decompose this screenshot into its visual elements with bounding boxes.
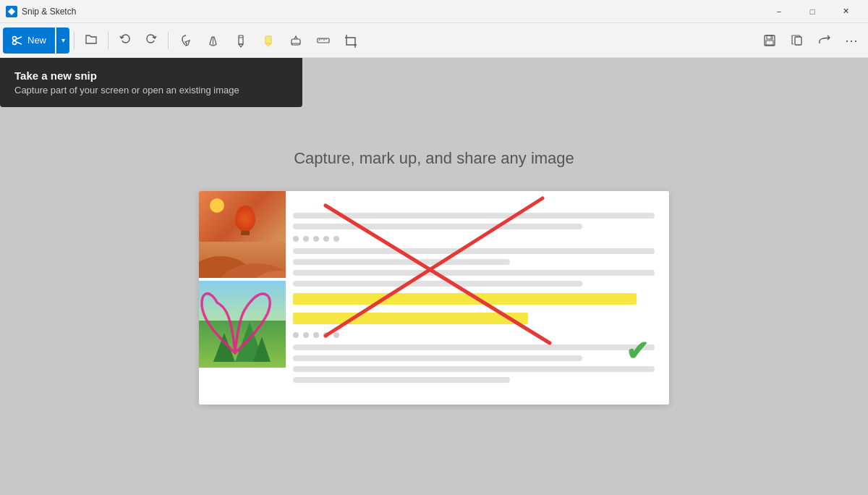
eraser-button[interactable] [283,28,309,54]
dots-row-2 [293,332,655,338]
svg-point-1 [13,36,17,40]
svg-line-3 [17,37,22,39]
content-line-10 [293,377,510,383]
crop-icon [344,33,358,48]
tooltip-title: Take a new snip [14,69,288,82]
svg-rect-12 [292,39,300,45]
share-button[interactable] [812,28,838,54]
app-title: Snip & Sketch [22,7,762,17]
dot-9 [323,332,329,338]
landscape-image [199,281,286,368]
folder-icon [85,33,98,48]
content-line-4 [293,259,510,265]
dot-7 [303,332,309,338]
eraser-icon [289,33,303,48]
content-line-1 [293,213,655,219]
content-lines [293,213,655,383]
save-icon [762,33,777,48]
maximize-button[interactable]: □ [796,0,829,23]
dot-8 [313,332,319,338]
svg-rect-20 [767,35,773,39]
content-line-3 [293,248,655,254]
copy-button[interactable] [784,28,810,54]
pencil-icon [234,33,248,48]
pencil-button[interactable] [228,28,254,54]
redo-icon [145,33,158,48]
touch-write-icon [179,33,193,48]
svg-rect-14 [318,38,329,43]
dot-6 [293,332,299,338]
save-button[interactable] [757,28,783,54]
svg-rect-21 [766,41,773,45]
app-icon [6,6,17,17]
content-line-2 [293,224,582,229]
svg-rect-10 [265,36,271,43]
scissors-icon [12,35,23,46]
undo-icon [119,33,132,48]
content-line-5 [293,270,655,276]
minimize-button[interactable]: − [762,0,796,23]
svg-line-4 [17,42,22,44]
svg-rect-7 [239,35,243,44]
toolbar-right: ⋯ [757,28,865,54]
svg-rect-23 [795,37,801,45]
illustration-card: ✔ [199,191,669,405]
sun [210,198,224,213]
new-dropdown-button[interactable]: ▾ [56,28,69,54]
ruler-button[interactable] [310,28,336,54]
title-bar: Snip & Sketch − □ ✕ [0,0,868,23]
window-controls: − □ ✕ [762,0,862,23]
highlighter-button[interactable] [255,28,281,54]
left-images [199,191,289,405]
highlighter-icon [261,33,276,48]
content-line-7 [293,344,655,350]
highlight-line-2 [293,313,528,324]
more-icon: ⋯ [845,33,859,48]
dots-row-1 [293,236,655,242]
chevron-down-icon: ▾ [61,36,65,44]
dot-2 [303,236,309,242]
highlight-line-1 [293,293,637,305]
svg-marker-8 [239,44,243,47]
heart-drawing [199,281,286,368]
more-options-button[interactable]: ⋯ [839,28,865,54]
ballpoint-pen-icon [206,33,221,48]
undo-button[interactable] [113,28,137,54]
content-line-8 [293,355,582,361]
main-content: Capture, mark up, and share any image [0,58,868,495]
copy-icon [790,33,804,48]
touch-write-button[interactable] [173,28,199,54]
balloon-image [199,191,286,278]
new-snip-tooltip: Take a new snip Capture part of your scr… [0,58,302,107]
close-button[interactable]: ✕ [829,0,862,23]
dot-10 [333,332,339,338]
toolbar: New ▾ [0,23,868,58]
dot-5 [333,236,339,242]
dot-1 [293,236,299,242]
share-icon [817,33,832,48]
separator-3 [168,32,169,49]
balloon [235,206,255,232]
tooltip-desc: Capture part of your screen or open an e… [14,85,288,96]
separator-2 [108,32,109,49]
dot-3 [313,236,319,242]
main-tagline: Capture, mark up, and share any image [294,149,574,168]
green-checkmark: ✔ [626,337,649,365]
svg-marker-11 [265,43,271,46]
crop-button[interactable] [338,28,364,54]
open-file-button[interactable] [79,28,103,54]
svg-point-2 [13,41,17,44]
new-button-label: New [27,35,46,46]
redo-button[interactable] [139,28,163,54]
content-line-6 [293,281,582,287]
ruler-icon [316,33,331,48]
hills-svg [199,234,286,278]
ballpoint-pen-button[interactable] [200,28,226,54]
separator-1 [74,32,75,49]
content-line-9 [293,366,655,372]
new-button[interactable]: New [3,28,55,54]
dot-4 [323,236,329,242]
